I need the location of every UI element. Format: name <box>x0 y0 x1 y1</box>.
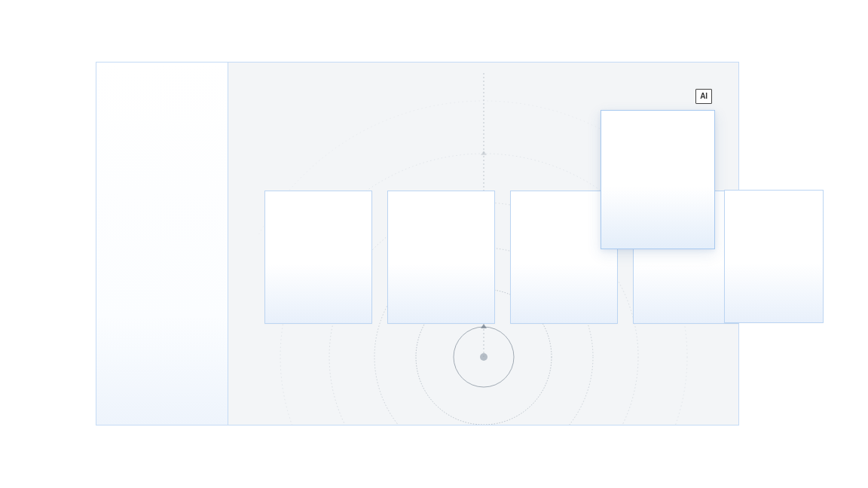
edge-fade-bottom <box>0 443 868 488</box>
edge-fade-right <box>823 0 868 488</box>
card-slot-5[interactable] <box>724 190 824 323</box>
card-featured[interactable] <box>601 110 715 249</box>
svg-marker-7 <box>481 324 487 328</box>
card-slot-2[interactable] <box>387 191 495 324</box>
svg-marker-11 <box>481 151 487 155</box>
svg-point-12 <box>480 353 487 361</box>
card-slot-1[interactable] <box>264 191 372 324</box>
sidebar-panel <box>96 63 228 425</box>
ai-badge-label: AI <box>700 93 708 100</box>
svg-point-0 <box>454 327 514 387</box>
ai-badge: AI <box>695 89 712 104</box>
edge-fade-left <box>0 0 68 488</box>
